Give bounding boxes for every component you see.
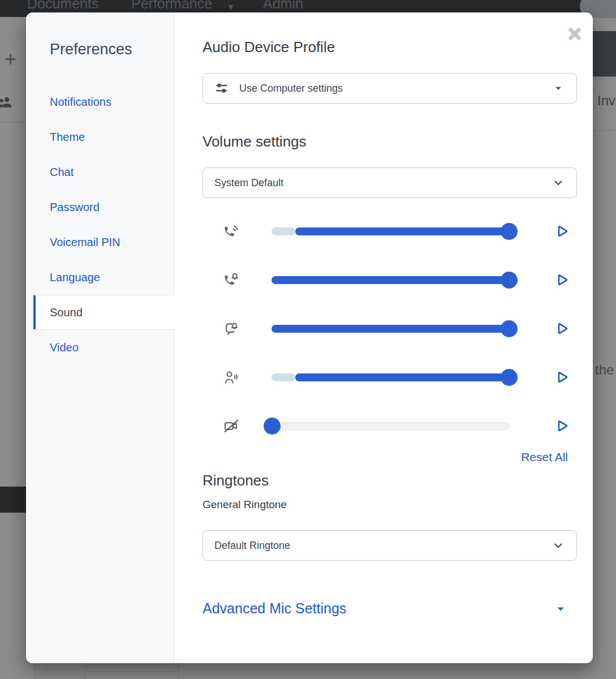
camera-volume-slider[interactable] [272, 422, 509, 430]
sidebar-item-notifications[interactable]: Notifications [26, 84, 174, 119]
caret-down-icon [552, 81, 565, 95]
preferences-dialog: Preferences NotificationsThemeChatPasswo… [26, 12, 593, 663]
people-icon [0, 94, 15, 111]
preferences-title: Preferences [26, 41, 174, 58]
bg-table-line [178, 663, 179, 679]
general-ringtone-select[interactable]: Default Ringtone [203, 530, 577, 561]
advanced-mic-settings-label: Advanced Mic Settings [203, 600, 346, 617]
chevron-down-icon [552, 539, 565, 552]
ringtone-volume-slider-thumb[interactable] [501, 272, 518, 289]
slider-fill [272, 276, 509, 284]
preferences-nav-list: NotificationsThemeChatPasswordVoicemail … [26, 84, 174, 365]
ringtone-volume-slider[interactable] [272, 276, 509, 284]
person-sound-icon [223, 369, 240, 386]
bg-dark-band-left [0, 487, 26, 513]
slider-row-call-volume [203, 207, 577, 256]
sidebar-item-voicemail-pin[interactable]: Voicemail PIN [26, 225, 174, 260]
bg-partial-text: the [595, 362, 614, 378]
videocam-off-icon [223, 418, 240, 435]
general-ringtone-value: Default Ringtone [214, 540, 290, 552]
sidebar-item-label: Password [50, 201, 100, 214]
ringtones-title: Ringtones [203, 472, 577, 489]
sidebar-item-label: Voicemail PIN [50, 236, 120, 249]
audio-device-profile-title: Audio Device Profile [203, 38, 577, 56]
chat-notification-volume-slider[interactable] [272, 325, 509, 333]
plus-icon: + [5, 48, 16, 71]
play-chat-sound-button[interactable] [551, 319, 571, 339]
bg-divider [593, 130, 616, 131]
close-icon[interactable] [566, 25, 584, 43]
advanced-mic-settings-toggle[interactable]: Advanced Mic Settings [203, 600, 577, 617]
sidebar-item-chat[interactable]: Chat [26, 154, 174, 190]
slider-row-chat-notification-volume [203, 304, 577, 353]
slider-row-ringtone-volume [203, 256, 577, 304]
sidebar-item-theme[interactable]: Theme [26, 119, 174, 154]
volume-sliders [203, 207, 577, 450]
reset-all-button[interactable]: Reset All [521, 450, 568, 464]
sidebar-item-label: Sound [50, 306, 83, 319]
sidebar-item-video[interactable]: Video [26, 330, 174, 365]
voice-volume-slider-thumb[interactable] [501, 369, 518, 386]
sidebar-item-label: Notifications [50, 96, 111, 109]
chat-bell-icon [223, 320, 240, 337]
output-device-value: System Default [214, 177, 283, 189]
bg-nav-documents: Documents [27, 0, 98, 12]
chat-notification-volume-slider-thumb[interactable] [501, 320, 518, 337]
bg-nav-admin: Admin [263, 0, 303, 12]
sidebar-item-sound[interactable]: Sound [33, 295, 174, 330]
sidebar-item-language[interactable]: Language [26, 260, 174, 295]
bg-table-line [85, 671, 178, 672]
play-call-sound-button[interactable] [551, 221, 571, 242]
bg-nav-performance: Performance [131, 0, 212, 12]
sound-settings-panel: Audio Device Profile Use Computer settin… [174, 12, 593, 663]
slider-row-camera-volume [203, 402, 577, 450]
preferences-sidebar: Preferences NotificationsThemeChatPasswo… [26, 12, 174, 663]
volume-settings-title: Volume settings [203, 133, 577, 151]
bg-partial-invite-text: Inv [597, 93, 615, 109]
sidebar-item-label: Language [50, 271, 100, 284]
bg-divider [0, 122, 26, 122]
call-volume-slider-thumb[interactable] [501, 223, 518, 240]
bg-divider [593, 76, 616, 77]
output-device-select[interactable]: System Default [203, 167, 577, 198]
slider-fill [272, 325, 509, 333]
phone-volume-icon [223, 223, 240, 240]
sidebar-item-label: Video [50, 341, 79, 354]
slider-buffer [272, 373, 295, 381]
slider-row-voice-volume [203, 353, 577, 402]
general-ringtone-label: General Ringtone [203, 498, 577, 511]
slider-fill [295, 373, 509, 381]
bg-table-line [35, 663, 36, 679]
audio-device-profile-select[interactable]: Use Computer settings [203, 73, 577, 104]
sidebar-item-label: Theme [50, 131, 85, 144]
call-volume-slider[interactable] [272, 227, 509, 235]
play-ringtone-button[interactable] [551, 270, 571, 290]
sidebar-item-password[interactable]: Password [26, 190, 174, 225]
phone-ring-bell-icon [223, 272, 240, 289]
caret-down-icon [553, 601, 568, 616]
tune-icon [214, 81, 229, 96]
slider-buffer [272, 227, 295, 235]
play-camera-sound-button[interactable] [551, 416, 571, 436]
sidebar-item-label: Chat [50, 166, 74, 179]
voice-volume-slider[interactable] [272, 373, 509, 381]
caret-down-icon: ▼ [226, 2, 235, 12]
camera-volume-slider-thumb[interactable] [264, 418, 281, 435]
play-voice-sound-button[interactable] [551, 367, 571, 388]
chevron-down-icon [552, 176, 565, 190]
audio-device-profile-value: Use Computer settings [239, 83, 343, 94]
bg-dark-band-right [593, 31, 616, 76]
slider-fill [295, 227, 509, 235]
